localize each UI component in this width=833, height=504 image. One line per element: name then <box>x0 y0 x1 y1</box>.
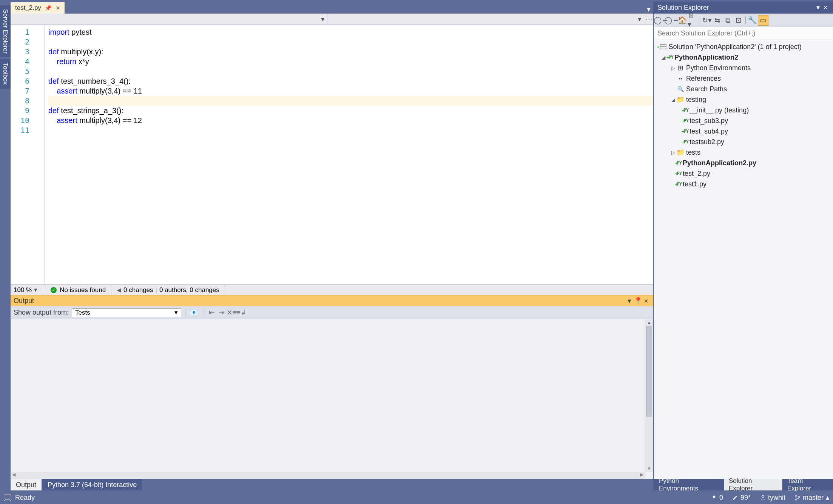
pin-icon[interactable]: 📍 <box>634 297 642 305</box>
solution-toolbar: ◯← ◯→ 🏠 🗎▾ ↻▾ ⇆ ⧉ ⊡ 🔧 ▭ <box>654 14 833 27</box>
output-source-select[interactable]: Tests ▾ <box>72 308 181 317</box>
sync-button[interactable]: 🗎▾ <box>688 15 698 26</box>
folder-testing[interactable]: ◢ 📁 testing <box>654 94 833 105</box>
properties-button[interactable]: 🔧 <box>747 15 758 26</box>
pin-icon[interactable]: 📌 <box>45 5 51 11</box>
python-file-icon: PY <box>684 118 688 123</box>
preview-button[interactable]: ⊡ <box>733 15 744 26</box>
vertical-scrollbar[interactable]: ▲ ▼ <box>645 319 653 472</box>
next-button[interactable]: ⇥ <box>217 308 227 318</box>
output-toolbar: Show output from: Tests ▾ 📧 ⇤ ⇥ ✕≡ ≡↲ <box>11 306 653 319</box>
horizontal-scrollbar[interactable]: ◀ ▶ <box>11 472 645 479</box>
python-file-icon: PY <box>677 160 682 166</box>
close-icon[interactable]: × <box>642 297 650 305</box>
scroll-up-icon[interactable]: ▲ <box>645 319 653 326</box>
output-tab[interactable]: Output <box>11 479 42 490</box>
file-test-sub3[interactable]: + PY test_sub3.py <box>654 115 833 126</box>
solution-icon <box>659 43 667 50</box>
output-text-area[interactable]: ▲ ▼ ◀ ▶ <box>11 319 653 479</box>
search-paths-node[interactable]: 🔍 Search Paths <box>654 84 833 94</box>
file-tab-test2[interactable]: test_2.py 📌 × <box>11 2 65 14</box>
git-user-status[interactable]: tywhit <box>760 494 785 502</box>
git-changes-status[interactable]: 99* <box>732 494 751 502</box>
code-content[interactable]: import pytest def multiply(x,y): return … <box>45 25 653 284</box>
chevron-up-icon: ▴ <box>826 493 829 502</box>
project-node[interactable]: ◢ + PY PythonApplication2 <box>654 52 833 63</box>
issues-indicator[interactable]: ✓ No issues found <box>45 285 111 295</box>
scroll-left-icon[interactable]: ◀ <box>11 472 17 479</box>
python-environments-node[interactable]: ▷ ⊞ Python Environments <box>654 63 833 73</box>
interactive-tab[interactable]: Python 3.7 (64-bit) Interactive <box>42 479 142 490</box>
git-branch-status[interactable]: master ▴ <box>794 493 829 502</box>
solution-tree[interactable]: + Solution 'PythonApplication2' (1 of 1 … <box>654 40 833 479</box>
nav-member-dropdown[interactable]: ▾ <box>327 14 644 25</box>
changes-icon: ◀ <box>117 287 121 293</box>
file-init[interactable]: + PY __init__.py (testing) <box>654 105 833 115</box>
collapse-icon[interactable]: ◢ <box>660 55 666 60</box>
dropdown-icon[interactable]: ▾ <box>625 297 634 305</box>
python-environments-tab[interactable]: Python Environments <box>654 479 724 490</box>
pencil-icon <box>732 495 738 501</box>
status-text: Ready <box>15 494 35 502</box>
environments-icon: ⊞ <box>676 64 685 72</box>
scroll-thumb[interactable] <box>646 326 652 416</box>
dropdown-icon[interactable]: ▾ <box>814 3 822 12</box>
chevron-down-icon: ▾ <box>34 286 37 294</box>
codelens-changes[interactable]: ◀ 0 changes | 0 authors, 0 changes <box>111 285 225 295</box>
references-node[interactable]: ▪▪ References <box>654 73 833 84</box>
nav-trail-button[interactable]: ⋯ <box>644 14 653 25</box>
tab-overflow-dropdown[interactable]: ▾ <box>644 5 653 14</box>
solution-search-input[interactable] <box>657 29 829 37</box>
output-from-label: Show output from: <box>14 309 69 317</box>
side-tab-well: Server Explorer Toolbox <box>0 2 11 491</box>
close-icon[interactable]: × <box>822 4 829 12</box>
svg-point-2 <box>762 495 764 498</box>
expand-icon[interactable]: ▷ <box>670 150 676 155</box>
file-tab-label: test_2.py <box>15 4 41 12</box>
bottom-tab-row: Output Python 3.7 (64-bit) Interactive <box>11 479 653 491</box>
code-editor[interactable]: 1234567891011 import pytest def multiply… <box>11 25 653 284</box>
folder-icon: 📁 <box>676 148 685 157</box>
navigation-bar: ▾ ▾ ⋯ <box>11 14 653 25</box>
file-test2[interactable]: + PY test_2.py <box>654 168 833 179</box>
file-pythonapplication2[interactable]: + PY PythonApplication2.py <box>654 158 833 168</box>
nav-scope-dropdown[interactable]: ▾ <box>11 14 327 25</box>
solution-explorer-title-bar: Solution Explorer ▾ × <box>654 2 833 14</box>
solution-node[interactable]: + Solution 'PythonApplication2' (1 of 1 … <box>654 41 833 52</box>
file-test-sub4[interactable]: + PY test_sub4.py <box>654 126 833 137</box>
team-explorer-tab[interactable]: Team Explorer <box>783 479 833 490</box>
file-testsub2[interactable]: + PY testsub2.py <box>654 137 833 147</box>
folder-icon: 📁 <box>676 95 685 104</box>
folder-tests[interactable]: ▷ 📁 tests <box>654 147 833 158</box>
python-project-icon: PY <box>669 55 673 60</box>
solution-explorer-tab[interactable]: Solution Explorer <box>724 479 782 490</box>
find-message-button[interactable]: 📧 <box>189 308 199 318</box>
server-explorer-tab[interactable]: Server Explorer <box>0 5 11 57</box>
file-test1[interactable]: + PY test1.py <box>654 179 833 189</box>
show-all-button[interactable]: ⧉ <box>723 15 733 26</box>
collapse-icon[interactable]: ◢ <box>670 97 676 103</box>
references-icon: ▪▪ <box>676 75 685 81</box>
refresh-button[interactable]: ↻▾ <box>702 15 712 26</box>
code-margin <box>34 25 45 284</box>
python-file-icon: PY <box>684 108 688 113</box>
collapse-button[interactable]: ⇆ <box>712 15 723 26</box>
wrap-button[interactable]: ≡↲ <box>236 308 246 318</box>
forward-button[interactable]: ◯→ <box>666 15 677 26</box>
zoom-control[interactable]: 100 % ▾ <box>14 286 37 294</box>
line-number-gutter: 1234567891011 <box>11 25 34 284</box>
git-push-status[interactable]: 0 <box>711 494 723 502</box>
solution-explorer-panel: Solution Explorer ▾ × ◯← ◯→ 🏠 🗎▾ ↻▾ ⇆ ⧉ … <box>653 2 833 491</box>
check-icon: ✓ <box>51 287 57 293</box>
close-icon[interactable]: × <box>54 4 62 12</box>
show-all-files-button[interactable]: ▭ <box>758 15 768 26</box>
scroll-right-icon[interactable]: ▶ <box>639 472 645 479</box>
home-button[interactable]: 🏠 <box>677 15 688 26</box>
expand-icon[interactable]: ▷ <box>670 65 676 71</box>
prev-button[interactable]: ⇤ <box>207 308 217 318</box>
output-title: Output <box>14 297 625 305</box>
clear-button[interactable]: ✕≡ <box>227 308 236 318</box>
solution-search[interactable] <box>654 27 833 40</box>
toolbox-tab[interactable]: Toolbox <box>0 59 11 89</box>
scroll-down-icon[interactable]: ▼ <box>645 465 653 472</box>
